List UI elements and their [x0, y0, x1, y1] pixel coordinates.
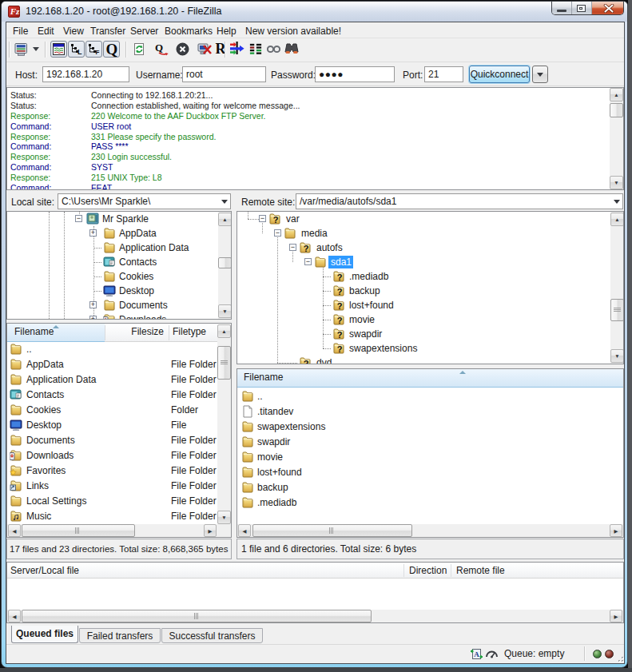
svg-text:?: ? [337, 316, 343, 325]
svg-text:F: F [96, 49, 100, 55]
svg-text:?: ? [337, 344, 343, 354]
svg-text:?: ? [337, 287, 343, 296]
svg-text:?: ? [337, 330, 343, 340]
svg-text:?: ? [304, 244, 309, 253]
svg-text:A: A [474, 650, 479, 658]
svg-text:L: L [78, 48, 82, 55]
svg-text:?: ? [337, 272, 343, 282]
svg-text:?: ? [304, 359, 309, 364]
svg-text:?: ? [337, 301, 343, 311]
svg-text:?: ? [273, 215, 279, 225]
svg-text:Q: Q [155, 42, 163, 54]
